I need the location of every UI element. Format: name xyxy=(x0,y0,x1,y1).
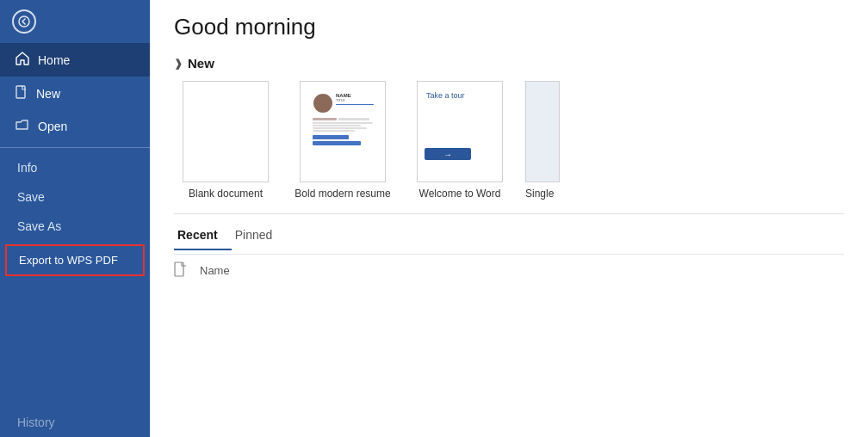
back-circle-icon[interactable] xyxy=(12,9,36,34)
sidebar-spacer xyxy=(0,280,150,408)
home-icon xyxy=(16,52,29,68)
template-blank-thumb xyxy=(183,81,269,182)
resume-preview: NAME TITLE xyxy=(310,89,375,175)
sidebar-item-home[interactable]: Home xyxy=(0,43,150,77)
sidebar-item-open-label: Open xyxy=(38,120,67,133)
template-partial-container: Single xyxy=(525,81,560,201)
sidebar-item-new-label: New xyxy=(36,87,60,101)
greeting-header: Good morning xyxy=(150,0,868,49)
chevron-down-icon: ❱ xyxy=(174,58,183,70)
new-section-header[interactable]: ❱ New xyxy=(174,56,844,71)
templates-row: Blank document NAME TITLE xyxy=(174,81,844,201)
svg-point-0 xyxy=(19,16,29,27)
sidebar-item-save[interactable]: Save xyxy=(0,182,150,212)
sidebar-item-info[interactable]: Info xyxy=(0,153,150,182)
new-doc-icon xyxy=(16,85,28,102)
recent-section: Recent Pinned Name xyxy=(150,214,868,437)
sidebar: Home New Open Info Save Save As Expor xyxy=(0,0,150,437)
recent-header-row: Name xyxy=(174,254,844,284)
template-blank[interactable]: Blank document xyxy=(174,81,277,201)
main-content: Good morning ❱ New Blank document xyxy=(150,0,868,437)
back-button[interactable] xyxy=(0,0,150,43)
new-section: ❱ New Blank document NAME TITLE xyxy=(150,49,868,201)
sidebar-item-home-label: Home xyxy=(38,53,70,67)
sidebar-divider-1 xyxy=(0,147,150,148)
sidebar-item-history[interactable]: History xyxy=(0,408,150,437)
sidebar-item-save-as[interactable]: Save As xyxy=(0,212,150,241)
tab-pinned[interactable]: Pinned xyxy=(232,223,287,250)
take-a-tour-label: Take a tour xyxy=(426,91,493,102)
arrow-right-icon: → xyxy=(443,150,452,159)
resume-photo-circle xyxy=(313,94,332,113)
template-welcome-thumb: Take a tour → xyxy=(417,81,503,182)
open-icon xyxy=(16,119,29,133)
sidebar-item-export[interactable]: Export to WPS PDF xyxy=(5,244,145,276)
welcome-tour-btn: → xyxy=(425,148,471,160)
template-resume[interactable]: NAME TITLE xyxy=(291,81,394,201)
template-resume-thumb: NAME TITLE xyxy=(300,81,386,182)
welcome-preview: Take a tour → xyxy=(421,84,499,179)
tab-recent[interactable]: Recent xyxy=(174,223,232,250)
sidebar-item-open[interactable]: Open xyxy=(0,110,150,142)
sidebar-item-new[interactable]: New xyxy=(0,77,150,110)
file-icon-col xyxy=(174,262,200,280)
svg-rect-1 xyxy=(16,86,25,98)
template-welcome[interactable]: Take a tour → Welcome to Word xyxy=(408,81,512,201)
tabs-row: Recent Pinned xyxy=(174,223,844,250)
template-partial-thumb xyxy=(525,81,560,182)
